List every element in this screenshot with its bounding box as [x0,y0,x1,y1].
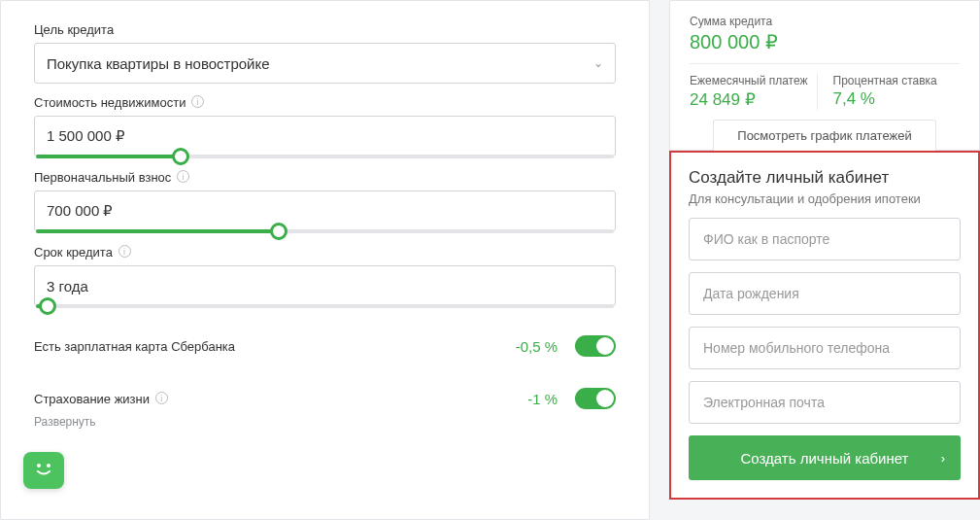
dob-field[interactable]: Дата рождения [689,272,961,315]
summary-panel: Сумма кредита 800 000 ₽ Ежемесячный плат… [669,0,980,151]
slider-fill [36,229,279,233]
cost-slider[interactable] [36,155,614,158]
salary-card-label: Есть зарплатная карта Сбербанка [34,339,516,354]
cost-label: Стоимость недвижимости i [34,95,616,110]
salary-card-row: Есть зарплатная карта Сбербанка -0,5 % [34,335,616,357]
slider-thumb[interactable] [270,223,287,240]
info-icon[interactable]: i [177,170,189,183]
chevron-down-icon: ⌄ [593,56,603,70]
cabinet-panel: Создайте личный кабинет Для консультации… [669,151,980,500]
rate-label: Процентная ставка [833,74,961,87]
create-cabinet-button[interactable]: Создать личный кабинет › [689,435,961,480]
chat-widget[interactable] [23,452,64,489]
info-icon[interactable]: i [155,392,168,404]
amount-value: 800 000 ₽ [690,30,960,53]
schedule-link[interactable]: Посмотреть график платежей [713,120,935,151]
cost-input[interactable]: 1 500 000 ₽ [34,116,616,156]
cabinet-sub: Для консультации и одобрения ипотеки [689,191,961,206]
purpose-label: Цель кредита [34,22,616,37]
life-ins-label: Страхование жизни i [34,392,527,406]
expand-link[interactable]: Развернуть [34,415,616,429]
email-field[interactable]: Электронная почта [689,381,961,424]
downpay-slider[interactable] [36,229,614,233]
downpay-label: Первоначальный взнос i [34,170,616,185]
info-icon[interactable]: i [118,245,131,258]
term-label: Срок кредита i [34,245,616,260]
life-ins-toggle[interactable] [575,388,616,409]
amount-label: Сумма кредита [690,15,960,28]
svg-point-1 [47,464,51,468]
chevron-right-icon: › [941,451,945,466]
salary-card-pct: -0,5 % [516,338,558,355]
life-ins-pct: -1 % [527,391,558,407]
slider-fill [36,155,181,158]
loan-form-panel: Цель кредита Покупка квартиры в новостро… [0,0,650,520]
salary-card-toggle[interactable] [575,335,616,357]
purpose-select[interactable]: Покупка квартиры в новостройке ⌄ [34,43,616,84]
slider-thumb[interactable] [39,297,56,315]
monthly-label: Ежемесячный платеж [690,74,817,87]
downpay-input[interactable]: 700 000 ₽ [34,191,616,231]
term-input[interactable]: 3 года [34,265,616,306]
svg-point-0 [37,464,41,468]
right-column: Сумма кредита 800 000 ₽ Ежемесячный плат… [669,0,980,520]
cabinet-title: Создайте личный кабинет [689,168,961,188]
phone-field[interactable]: Номер мобильного телефона [689,327,961,369]
purpose-value: Покупка квартиры в новостройке [47,55,270,72]
rate-value: 7,4 % [833,89,961,109]
life-ins-row: Страхование жизни i -1 % [34,388,616,409]
term-slider[interactable] [36,304,614,308]
info-icon[interactable]: i [191,95,204,108]
slider-thumb[interactable] [172,148,189,165]
fio-field[interactable]: ФИО как в паспорте [689,218,961,260]
chat-face-icon [33,461,54,480]
monthly-value: 24 849 ₽ [690,89,817,110]
